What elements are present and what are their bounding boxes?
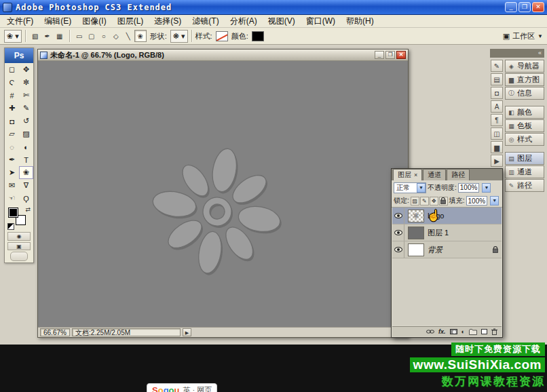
menu-item-6[interactable]: 分析(A) — [225, 15, 263, 28]
doc-minimize-button[interactable]: _ — [375, 51, 384, 59]
tool-preset-picker[interactable]: ❀ ▾ — [4, 30, 22, 43]
link-layers-button[interactable] — [426, 329, 434, 334]
palette-button-swatches[interactable]: ▦色板 — [505, 119, 544, 132]
layer-thumbnail[interactable] — [408, 243, 424, 256]
layer-thumbnail[interactable] — [408, 227, 424, 239]
histogram-palette-button[interactable]: ▆ — [491, 141, 503, 153]
menu-item-7[interactable]: 视图(V) — [263, 15, 301, 28]
menu-item-1[interactable]: 编辑(E) — [39, 15, 77, 28]
lock-transparency-button[interactable]: ▨ — [411, 197, 419, 205]
shape-picker[interactable]: ❋ ▾ — [170, 30, 188, 43]
menu-item-8[interactable]: 窗口(W) — [301, 15, 341, 28]
layer-comps-palette-button[interactable]: ◫ — [491, 128, 503, 140]
new-group-button[interactable] — [469, 329, 477, 335]
palette-button-layers[interactable]: ▤图层 — [505, 152, 544, 165]
character-palette-button[interactable]: A — [491, 100, 503, 113]
shape-layers-button[interactable]: ▧ — [29, 30, 41, 42]
polygon-button[interactable]: ◇ — [110, 30, 122, 42]
palette-button-info[interactable]: ⓘ信息 — [505, 87, 544, 100]
tab-channels[interactable]: 通道 — [423, 169, 446, 180]
dock-collapse-header[interactable]: « — [490, 49, 544, 58]
doc-maximize-button[interactable]: ❐ — [385, 51, 395, 59]
fill-input[interactable]: 100% — [466, 196, 488, 205]
sogou-bar[interactable]: Sogou 英 · 网页 — [147, 383, 217, 392]
paragraph-palette-button[interactable]: ¶ — [491, 114, 503, 126]
restore-button[interactable]: ❐ — [518, 2, 531, 12]
blend-mode-select[interactable]: 正常 ▼ — [394, 182, 426, 193]
healing-brush-tool[interactable]: ✚ — [5, 102, 19, 115]
pen-tool[interactable]: ✒ — [5, 153, 19, 166]
ps-logo[interactable]: Ps — [5, 48, 33, 63]
canvas[interactable] — [38, 61, 408, 327]
lock-all-button[interactable] — [439, 197, 448, 205]
app-icon[interactable] — [3, 3, 12, 12]
rectangle-button[interactable]: ▭ — [73, 30, 86, 42]
brush-tool[interactable]: ✎ — [19, 102, 33, 115]
layer-row-background[interactable]: 背景 — [392, 241, 502, 258]
palette-button-styles[interactable]: ◎样式 — [505, 133, 544, 146]
adjustment-layer-button[interactable]: ◐ — [461, 329, 465, 335]
menu-item-5[interactable]: 滤镜(T) — [187, 15, 224, 28]
fill-color-swatch[interactable] — [252, 31, 264, 41]
clone-source-palette-button[interactable]: ◘ — [491, 87, 503, 99]
slice-tool[interactable]: ✄ — [19, 89, 33, 102]
tab-paths[interactable]: 路径 — [447, 169, 470, 180]
rounded-rectangle-button[interactable]: ▢ — [86, 30, 98, 42]
palette-button-color[interactable]: ◧颜色 — [505, 106, 544, 119]
paths-mode-button[interactable]: ✒ — [41, 30, 54, 42]
lasso-tool[interactable]: Ϛ — [5, 76, 19, 89]
eyedropper-tool[interactable]: ∇ — [19, 179, 33, 192]
actions-palette-button[interactable]: ▶ — [491, 155, 503, 167]
magic-wand-tool[interactable]: ✼ — [19, 76, 33, 89]
rectangular-marquee-tool[interactable]: ◻ — [5, 63, 19, 76]
workspace-switcher[interactable]: ▣ 工作区 ▼ — [503, 31, 543, 41]
status-menu-button[interactable]: ▶ — [183, 328, 191, 336]
crop-tool[interactable]: # — [5, 89, 19, 102]
menu-item-9[interactable]: 帮助(H) — [341, 15, 379, 28]
chevron-down-icon[interactable]: ▼ — [490, 196, 499, 205]
tab-layers[interactable]: 图层 × — [393, 169, 422, 180]
custom-shape-tool[interactable]: ❀ — [19, 166, 33, 179]
default-colors-icon[interactable] — [7, 223, 14, 230]
new-layer-button[interactable] — [481, 329, 487, 334]
dodge-tool[interactable]: ◐ — [19, 140, 33, 153]
close-button[interactable]: ✕ — [532, 2, 544, 12]
ellipse-button[interactable]: ○ — [98, 30, 110, 42]
palette-button-histogram[interactable]: ▆直方图 — [505, 73, 544, 86]
notes-tool[interactable]: ✉ — [5, 179, 19, 192]
screen-mode-button[interactable]: ▣ — [7, 242, 31, 250]
visibility-eye-icon[interactable] — [394, 247, 402, 252]
layer-row-logo[interactable]: Logo — [392, 208, 502, 224]
menu-item-2[interactable]: 图像(I) — [77, 15, 111, 28]
document-title-bar[interactable]: 未命名-1 @ 66.7% (Logo, RGB/8) _ ❐ ✕ — [38, 50, 408, 61]
visibility-eye-icon[interactable] — [394, 230, 402, 235]
visibility-eye-icon[interactable] — [394, 213, 402, 218]
palette-button-channels[interactable]: ▥通道 — [505, 165, 544, 178]
zoom-tool[interactable]: Ϙ — [19, 192, 33, 205]
layer-style-button[interactable]: fx. — [438, 329, 446, 335]
hand-tool[interactable]: ☜ — [5, 192, 19, 205]
delete-layer-button[interactable] — [491, 328, 497, 335]
quick-mask-button[interactable]: ◉ — [7, 232, 31, 241]
path-selection-tool[interactable]: ➤ — [5, 166, 19, 179]
lock-pixels-button[interactable]: ✎ — [420, 197, 429, 205]
add-mask-button[interactable] — [450, 329, 457, 334]
layer-name[interactable]: 图层 1 — [428, 228, 498, 238]
blur-tool[interactable]: ◌ — [5, 140, 19, 153]
foreground-color-swatch[interactable] — [8, 208, 18, 218]
chevron-down-icon[interactable]: ▼ — [482, 183, 491, 193]
custom-shape-button[interactable]: ❀ — [134, 30, 147, 42]
brushes-palette-button[interactable]: ✎ — [491, 60, 503, 72]
menu-item-3[interactable]: 图层(L) — [112, 15, 149, 28]
menu-item-4[interactable]: 选择(S) — [149, 15, 187, 28]
logo-shape[interactable] — [126, 127, 309, 296]
clone-stamp-tool[interactable]: ◘ — [5, 115, 19, 128]
doc-close-button[interactable]: ✕ — [396, 51, 406, 59]
palette-button-paths[interactable]: ✎路径 — [505, 179, 544, 192]
layer-name[interactable]: 背景 — [428, 245, 489, 255]
type-tool[interactable]: T — [19, 153, 33, 166]
minimize-button[interactable]: _ — [505, 2, 517, 12]
tab-close-icon[interactable]: × — [414, 172, 417, 178]
lock-position-button[interactable]: ✥ — [430, 197, 438, 205]
layer-thumbnail[interactable] — [408, 210, 424, 222]
